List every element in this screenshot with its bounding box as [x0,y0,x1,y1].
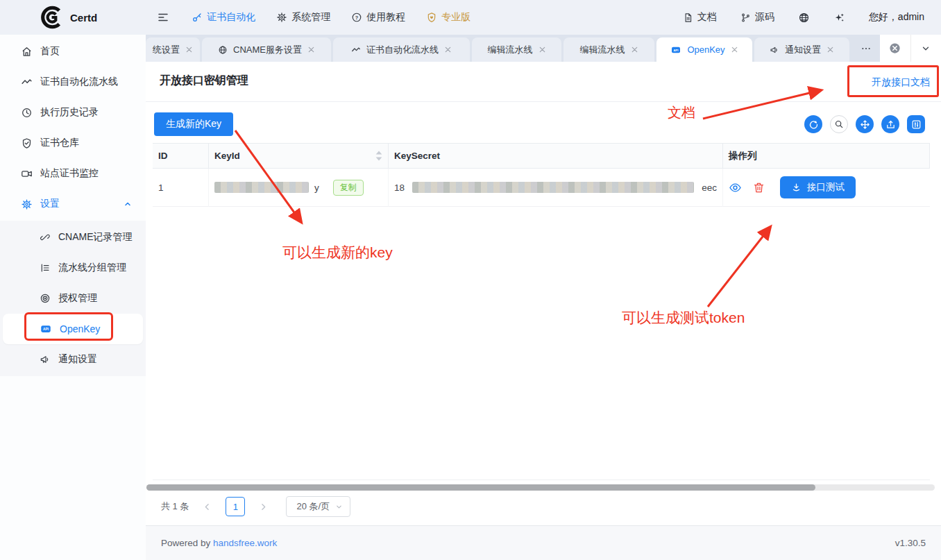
close-tab-icon[interactable] [826,46,834,53]
key-icon [192,12,203,23]
user-greeting[interactable]: 您好，admin [869,11,924,24]
gear-icon [276,12,287,23]
expand-button[interactable] [856,115,874,133]
table-toolbar [804,115,925,133]
close-tab-icon[interactable] [539,46,546,53]
topnav-docs[interactable]: 文档 [683,11,717,24]
sidebar-item-home[interactable]: 首页 [0,36,146,67]
delete-trash-icon[interactable] [753,182,765,194]
secret-visible-suffix: eec [702,183,717,193]
prev-page-button[interactable] [203,502,212,511]
tab-label: 证书自动化流水线 [366,44,439,56]
export-button[interactable] [881,115,899,133]
column-header-keyid[interactable]: KeyId [209,143,389,169]
pagination-total: 共 1 条 [161,500,189,513]
close-tab-icon[interactable] [731,46,738,53]
tab-bar: 统设置 CNAME服务设置 证书自动化流水线 编辑流水线 [146,35,941,62]
api-badge-icon: API [40,323,52,335]
tab-notifications[interactable]: 通知设置 [754,37,849,62]
git-branch-icon [740,12,751,23]
close-tab-icon[interactable] [307,46,315,53]
tab-edit-pipeline-1[interactable]: 编辑流水线 [472,37,561,62]
column-settings-button[interactable] [907,115,925,133]
api-test-button[interactable]: 接口测试 [780,176,856,198]
tab-controls [880,35,941,62]
topnav-label: 源码 [755,11,774,24]
redacted-keyid [214,182,309,193]
horizontal-scrollbar[interactable] [146,484,935,491]
megaphone-icon [770,45,779,55]
keyid-visible-suffix: y [314,183,319,193]
tab-label: 编辑流水线 [580,44,625,56]
topnav-label: 文档 [697,11,717,24]
handsfree-link[interactable]: handsfree.work [213,538,277,548]
topnav-label: 使用教程 [366,11,405,24]
megaphone-icon [40,354,51,365]
globe-language-icon[interactable] [798,12,810,24]
topnav-pro-edition[interactable]: 专业版 [426,11,470,24]
tab-settings-partial[interactable]: 统设置 [146,37,200,62]
topbar-right: 文档 源码 您好，admin [683,11,941,24]
close-all-tabs-button[interactable] [880,35,910,62]
sidebar-item-notifications[interactable]: 通知设置 [0,344,146,375]
sidebar-label: CNAME记录管理 [58,231,133,244]
pipeline-icon [21,76,33,88]
tab-cert-pipelines[interactable]: 证书自动化流水线 [333,37,470,62]
generate-key-button[interactable]: 生成新的Key [154,112,233,136]
sidebar-item-openkey[interactable]: API OpenKey [3,314,143,344]
top-navigation: 证书自动化 系统管理 ? 使用教程 [192,11,470,24]
openkey-table: ID KeyId KeySecret 操作列 1 y 复制 18 [153,143,930,480]
sidebar-label: 站点证书监控 [40,167,99,180]
sidebar-label: 通知设置 [58,353,97,366]
page-size-value: 20 条/页 [296,500,330,513]
link-icon [40,232,51,243]
sidebar-item-pipeline-groups[interactable]: 流水线分组管理 [0,253,146,283]
globe-icon [218,45,228,55]
page-size-select[interactable]: 20 条/页 [286,496,350,517]
group-list-icon [40,262,51,273]
copy-button[interactable]: 复制 [333,180,364,196]
target-icon [40,293,51,304]
close-tab-icon[interactable] [444,46,452,53]
download-token-icon [791,183,802,193]
topnav-cert-automation[interactable]: 证书自动化 [192,11,255,24]
sidebar-label: 执行历史记录 [40,106,99,119]
tab-edit-pipeline-2[interactable]: 编辑流水线 [563,37,654,62]
close-tab-icon[interactable] [631,46,638,53]
view-eye-icon[interactable] [729,181,742,194]
next-page-button[interactable] [259,502,268,511]
topnav-source-code[interactable]: 源码 [740,11,774,24]
search-button[interactable] [830,115,848,133]
sidebar-item-settings[interactable]: 设置 [0,189,146,219]
redacted-keysecret [412,182,694,193]
chevron-up-icon [124,200,132,208]
sidebar-item-authorization[interactable]: 授权管理 [0,283,146,314]
sort-icon[interactable] [375,151,382,161]
topnav-system-settings[interactable]: 系统管理 [276,11,330,24]
table-header-row: ID KeyId KeySecret 操作列 [153,143,930,169]
topnav-tutorial[interactable]: ? 使用教程 [351,11,405,24]
video-camera-icon [21,168,33,180]
menu-fold-icon[interactable] [157,11,169,24]
tab-label: CNAME服务设置 [233,44,302,56]
sidebar-item-pipelines[interactable]: 证书自动化流水线 [0,67,146,97]
tab-openkey[interactable]: API OpenKey [656,37,752,62]
sidebar-item-cert-store[interactable]: 证书仓库 [0,128,146,158]
tab-list-dropdown[interactable] [910,35,941,62]
refresh-button[interactable] [804,115,822,133]
sparkles-icon[interactable] [833,12,845,24]
tab-cname-service[interactable]: CNAME服务设置 [202,37,331,62]
tab-label: 通知设置 [785,44,821,56]
tab-more-menu[interactable] [854,35,878,62]
page-number-button[interactable]: 1 [226,497,245,516]
sidebar-item-history[interactable]: 执行历史记录 [0,97,146,128]
column-header-actions: 操作列 [723,143,930,169]
scrollbar-thumb[interactable] [146,484,815,491]
open-api-docs-link[interactable]: 开放接口文档 [872,76,930,89]
certd-logo-icon [39,5,64,30]
sidebar-item-site-monitor[interactable]: 站点证书监控 [0,158,146,189]
close-tab-icon[interactable] [185,46,193,53]
sidebar-label: 设置 [40,198,60,210]
sidebar-item-cname-records[interactable]: CNAME记录管理 [0,222,146,253]
table-row: 1 y 复制 18 eec [153,169,930,207]
